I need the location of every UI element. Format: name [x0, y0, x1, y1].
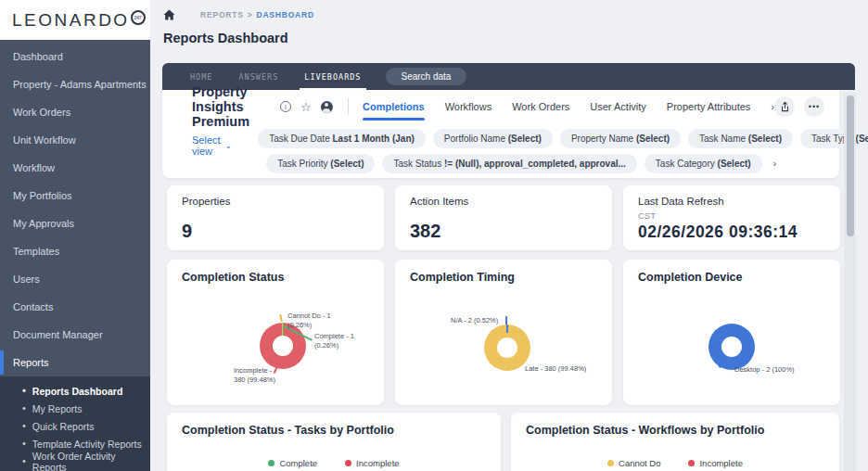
tab-work-orders[interactable]: Work Orders	[512, 101, 569, 112]
bottom-chart-row: Completion Status - Tasks by Portfolio C…	[167, 413, 839, 471]
kpi-label: Properties	[182, 196, 369, 207]
filter-chip-row-1: Task Due Date Last 1 Month (Jan) Portfol…	[258, 129, 868, 148]
breadcrumb: REPORTS>DASHBOARD	[200, 10, 314, 19]
bullet-icon: •	[22, 386, 26, 396]
chart-title: Completion Status - Tasks by Portfolio	[182, 424, 486, 437]
filter-chip-task-status[interactable]: Task Status != (Null), approval_complete…	[382, 154, 636, 173]
select-view-dropdown[interactable]: Select view ⌄	[192, 134, 232, 157]
sidebar-item-my-portfolios[interactable]: My Portfolios	[0, 182, 150, 210]
filter-chip-property-name[interactable]: Property Name (Select)	[560, 129, 681, 148]
tab-workflows[interactable]: Workflows	[445, 101, 492, 112]
chart-title: Completion Device	[638, 271, 743, 284]
kpi-value: 9	[182, 221, 192, 242]
chart-title: Completion Status	[182, 271, 284, 284]
reports-submenu: •Reports Dashboard •My Reports •Quick Re…	[0, 376, 150, 471]
sidebar-item-unit-workflow[interactable]: Unit Workflow	[0, 126, 150, 154]
breadcrumb-reports[interactable]: REPORTS	[200, 10, 244, 19]
star-icon[interactable]: ☆	[300, 101, 312, 113]
chart-card-completion-device[interactable]: Completion Device Desktop - 2 (100%)	[623, 260, 840, 405]
sidebar-item-property[interactable]: Property - Adams Apartments	[0, 70, 150, 98]
chart-label-desktop: Desktop - 2 (100%)	[734, 365, 795, 375]
logo-text: LEONARDO	[12, 10, 130, 31]
tab-property-attributes[interactable]: Property Attributes	[667, 101, 751, 112]
sidebar-item-workflow[interactable]: Workflow	[0, 154, 150, 182]
bullet-icon: •	[22, 456, 26, 466]
chart-label-cannot-do: Cannot Do - 1(0.26%)	[287, 312, 331, 329]
liveboard-title-row: Property Insights Premium i ☆ Completion…	[162, 90, 839, 123]
legend-item-incomplete[interactable]: Incomplete	[688, 458, 742, 468]
chart-card-completion-status[interactable]: Completion Status Cannot Do - 1(0.26%) C…	[167, 260, 384, 405]
liveboard-actions: •••	[774, 96, 824, 117]
legend-dot	[268, 460, 274, 466]
search-data-button[interactable]: Search data	[386, 68, 467, 85]
legend-item-cannot-do[interactable]: Cannot Do	[607, 458, 660, 468]
sidebar-item-users[interactable]: Users	[0, 265, 150, 293]
filter-chip-task-type[interactable]: Task Type (Select)	[800, 129, 868, 148]
more-icon: •••	[809, 102, 820, 111]
filters-overflow-chevron-right-icon[interactable]: ›	[773, 159, 776, 169]
home-icon[interactable]	[163, 9, 175, 20]
scrollbar-thumb[interactable]	[847, 95, 854, 236]
legend-dot	[607, 460, 614, 466]
more-options-button[interactable]: •••	[804, 96, 824, 117]
author-avatar-icon[interactable]	[321, 101, 333, 113]
sidebar-item-templates[interactable]: Templates	[0, 237, 150, 265]
kpi-card-action-items[interactable]: Action Items 382	[395, 185, 612, 250]
sidebar-item-work-orders[interactable]: Work Orders	[0, 98, 150, 126]
filter-chip-task-due-date[interactable]: Task Due Date Last 1 Month (Jan)	[258, 129, 426, 148]
navbar-tab-liveboards[interactable]: LIVEBOARDS	[291, 63, 374, 90]
share-button[interactable]	[774, 96, 795, 117]
kpi-value: 382	[410, 221, 440, 242]
tab-completions[interactable]: Completions	[363, 101, 425, 112]
kpi-card-properties[interactable]: Properties 9	[167, 185, 384, 250]
chart-legend: Cannot Do Incomplete	[511, 458, 839, 468]
legend-dot	[688, 460, 695, 466]
filter-chip-task-name[interactable]: Task Name (Select)	[688, 129, 793, 148]
bullet-icon: •	[22, 421, 26, 431]
app-logo[interactable]: LEONARDO 247	[0, 0, 150, 40]
submenu-item-quick-reports[interactable]: •Quick Reports	[0, 417, 150, 435]
sidebar-item-reports[interactable]: Reports	[0, 349, 150, 376]
sidebar-item-my-approvals[interactable]: My Approvals	[0, 210, 150, 237]
filter-chip-row-2: Task Priority (Select) Task Status != (N…	[258, 154, 868, 173]
filter-chip-task-category[interactable]: Task Category (Select)	[645, 154, 762, 173]
chart-card-completion-timing[interactable]: Completion Timing N/A - 2 (0.52%) Late -…	[395, 260, 612, 405]
liveboard-filters: Select view ⌄ Task Due Date Last 1 Month…	[162, 127, 839, 173]
legend-item-incomplete[interactable]: Incomplete	[345, 458, 399, 468]
breadcrumb-dashboard[interactable]: DASHBOARD	[256, 10, 313, 19]
filter-chips: Task Due Date Last 1 Month (Jan) Portfol…	[258, 129, 868, 173]
submenu-item-work-order-activity-reports[interactable]: •Work Order Activity Reports	[0, 452, 150, 470]
chart-card-tasks-by-portfolio[interactable]: Completion Status - Tasks by Portfolio C…	[167, 413, 501, 471]
filter-chip-task-priority[interactable]: Task Priority (Select)	[266, 154, 375, 173]
kpi-row: Properties 9 Action Items 382 Last Data …	[167, 185, 840, 250]
submenu-item-reports-dashboard[interactable]: •Reports Dashboard	[0, 382, 150, 400]
kpi-label: Action Items	[410, 196, 597, 207]
page-title: Reports Dashboard	[163, 31, 868, 45]
active-indicator-bar	[0, 350, 4, 375]
completion-status-donut-chart[interactable]	[260, 323, 306, 369]
kpi-card-last-data-refresh[interactable]: Last Data Refresh CST 02/26/2026 09:36:1…	[623, 185, 840, 250]
sidebar-item-contacts[interactable]: Contacts	[0, 293, 150, 321]
completion-timing-donut-chart[interactable]	[484, 325, 530, 371]
info-icon[interactable]: i	[280, 101, 291, 112]
logo-247-badge-icon: 247	[131, 10, 146, 25]
chart-label-late: Late - 380 (99.48%)	[525, 364, 586, 374]
chart-title: Completion Timing	[410, 271, 515, 284]
chart-card-workflows-by-portfolio[interactable]: Completion Status - Workflows by Portfol…	[511, 413, 839, 471]
legend-dot	[345, 460, 351, 466]
main-content: REPORTS>DASHBOARD Reports Dashboard HOME…	[150, 0, 868, 471]
chart-title: Completion Status - Workflows by Portfol…	[526, 424, 824, 437]
tab-user-activity[interactable]: User Activity	[590, 101, 646, 112]
breadcrumb-bar: REPORTS>DASHBOARD	[150, 0, 868, 20]
liveboard-header-card: Property Insights Premium i ☆ Completion…	[162, 90, 839, 178]
sidebar-item-document-manager[interactable]: Document Manager	[0, 321, 150, 349]
submenu-item-my-reports[interactable]: •My Reports	[0, 400, 150, 417]
completion-device-donut-chart[interactable]	[708, 324, 755, 370]
legend-item-complete[interactable]: Complete	[268, 458, 317, 468]
label-line	[279, 314, 282, 322]
kpi-value: 02/26/2026 09:36:14	[638, 223, 798, 242]
label-line	[505, 316, 507, 325]
breadcrumb-separator: >	[248, 10, 253, 19]
sidebar-item-dashboard[interactable]: Dashboard	[0, 43, 150, 70]
filter-chip-portfolio-name[interactable]: Portfolio Name (Select)	[433, 129, 553, 148]
